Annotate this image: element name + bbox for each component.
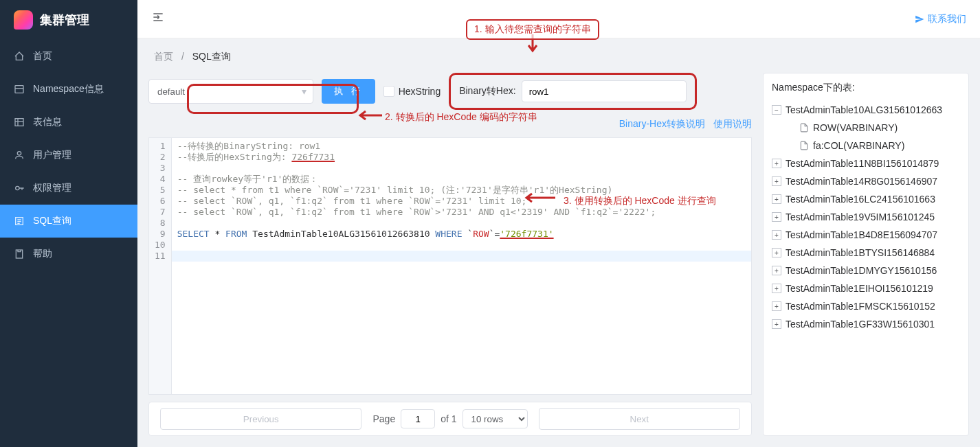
of-label: of 1 bbox=[441, 413, 456, 424]
editor-code[interactable]: --待转换的BinaryString: row1--转换后的HexString为… bbox=[172, 138, 751, 394]
sql-icon bbox=[14, 216, 25, 227]
usage-help-link[interactable]: 使用说明 bbox=[713, 118, 752, 130]
binary-to-hex-label: Binary转Hex: bbox=[459, 85, 515, 98]
tree-table-node[interactable]: TestAdminTable1DMYGY15610156 bbox=[772, 262, 960, 279]
main: 联系我们 首页 / SQL查询 default ▾ 执 行 bbox=[137, 0, 980, 447]
hexstring-checkbox-wrap[interactable]: HexString bbox=[383, 86, 441, 97]
send-icon bbox=[915, 14, 924, 24]
sidebar-item-perm[interactable]: 权限管理 bbox=[0, 172, 137, 205]
breadcrumb: 首页 / SQL查询 bbox=[137, 38, 980, 73]
namespace-select[interactable]: default bbox=[148, 79, 313, 104]
tree: TestAdminTable10ALG31561012663ROW(VARBIN… bbox=[772, 101, 960, 333]
rows-select[interactable]: 10 rows bbox=[463, 409, 528, 428]
toolbar: default ▾ 执 行 HexString Binary转Hex: B bbox=[148, 73, 752, 130]
expand-icon[interactable] bbox=[772, 266, 781, 275]
user-icon bbox=[14, 150, 25, 161]
tree-table-node[interactable]: TestAdminTable19V5IM156101245 bbox=[772, 208, 960, 226]
topbar: 联系我们 bbox=[137, 0, 980, 38]
expand-icon[interactable] bbox=[772, 176, 781, 186]
tree-table-node[interactable]: TestAdminTable10ALG31561012663 bbox=[772, 101, 960, 119]
expand-icon[interactable] bbox=[772, 248, 781, 257]
sidebar-item-home[interactable]: 首页 bbox=[0, 40, 137, 73]
sidebar-item-user[interactable]: 用户管理 bbox=[0, 139, 137, 172]
namespace-icon bbox=[14, 84, 25, 95]
sidebar-item-table[interactable]: 表信息 bbox=[0, 106, 137, 139]
tree-column-node[interactable]: fa:COL(VARBINARY) bbox=[772, 137, 960, 154]
expand-icon[interactable] bbox=[772, 301, 781, 311]
breadcrumb-current: SQL查询 bbox=[192, 51, 231, 62]
svg-rect-0 bbox=[15, 86, 23, 93]
expand-icon[interactable] bbox=[772, 230, 781, 240]
contact-us-link[interactable]: 联系我们 bbox=[915, 13, 966, 25]
page-input[interactable] bbox=[401, 409, 435, 428]
tree-table-node[interactable]: TestAdminTable16LC24156101663 bbox=[772, 190, 960, 208]
table-tree-panel: Namespace下的表: TestAdminTable10ALG3156101… bbox=[763, 73, 969, 436]
sidebar-item-label: Namespace信息 bbox=[33, 83, 104, 95]
table-icon bbox=[14, 117, 25, 128]
sidebar-item-label: 用户管理 bbox=[33, 149, 71, 161]
tree-table-node[interactable]: TestAdminTable1EIHOI156101219 bbox=[772, 279, 960, 297]
sidebar-item-label: SQL查询 bbox=[33, 215, 71, 227]
key-icon bbox=[14, 183, 25, 194]
expand-icon[interactable] bbox=[772, 212, 781, 222]
sidebar-item-sql[interactable]: SQL查询 bbox=[0, 205, 137, 238]
tree-column-node[interactable]: ROW(VARBINARY) bbox=[772, 119, 960, 137]
sidebar-item-help[interactable]: 帮助 bbox=[0, 238, 137, 271]
results-pager: Previous Page of 1 10 rows Next bbox=[148, 402, 752, 436]
svg-point-3 bbox=[16, 186, 19, 190]
tree-table-node[interactable]: TestAdminTable1BTYSI156146884 bbox=[772, 244, 960, 262]
sql-editor[interactable]: 1234567891011 --待转换的BinaryString: row1--… bbox=[148, 137, 752, 395]
editor-gutter: 1234567891011 bbox=[149, 138, 172, 394]
expand-icon[interactable] bbox=[772, 194, 781, 204]
svg-rect-1 bbox=[15, 119, 23, 126]
collapse-sidebar-icon[interactable] bbox=[151, 10, 165, 27]
hexstring-label: HexString bbox=[399, 86, 441, 97]
page-label: Page bbox=[372, 413, 395, 424]
tree-table-node[interactable]: TestAdminTable14R8G0156146907 bbox=[772, 172, 960, 190]
svg-point-2 bbox=[17, 152, 21, 155]
sidebar-item-label: 帮助 bbox=[33, 248, 52, 260]
sidebar-item-label: 表信息 bbox=[33, 116, 62, 128]
execute-button[interactable]: 执 行 bbox=[322, 79, 375, 104]
sidebar-item-namespace[interactable]: Namespace信息 bbox=[0, 73, 137, 106]
logo-icon bbox=[14, 10, 33, 30]
sidebar-nav: 首页 Namespace信息 表信息 用户管理 权限管理 SQL查询 bbox=[0, 40, 137, 447]
tree-table-node[interactable]: TestAdminTable1B4D8E156094707 bbox=[772, 226, 960, 244]
svg-rect-5 bbox=[16, 250, 22, 258]
home-icon bbox=[14, 51, 25, 62]
expand-icon[interactable] bbox=[772, 159, 781, 168]
binary-to-hex-input[interactable] bbox=[522, 80, 687, 102]
tree-table-node[interactable]: TestAdminTable1GF33W15610301 bbox=[772, 315, 960, 333]
expand-icon[interactable] bbox=[772, 284, 781, 293]
tree-title: Namespace下的表: bbox=[772, 82, 960, 94]
binary-to-hex-group: Binary转Hex: bbox=[449, 73, 696, 110]
binary-hex-help-link[interactable]: Binary-Hex转换说明 bbox=[619, 118, 705, 130]
logo: 集群管理 bbox=[0, 0, 137, 40]
hexstring-checkbox[interactable] bbox=[383, 86, 394, 97]
tree-table-node[interactable]: TestAdminTable1FMSCK15610152 bbox=[772, 297, 960, 315]
sidebar: 集群管理 首页 Namespace信息 表信息 用户管理 权限管理 bbox=[0, 0, 137, 447]
sidebar-item-label: 权限管理 bbox=[33, 182, 71, 194]
previous-button[interactable]: Previous bbox=[160, 408, 361, 430]
tree-table-node[interactable]: TestAdminTable11N8BI1561014879 bbox=[772, 154, 960, 172]
collapse-icon[interactable] bbox=[772, 105, 781, 115]
sidebar-item-label: 首页 bbox=[33, 50, 52, 62]
breadcrumb-home[interactable]: 首页 bbox=[154, 51, 173, 62]
logo-text: 集群管理 bbox=[40, 12, 89, 28]
expand-icon[interactable] bbox=[772, 319, 781, 329]
next-button[interactable]: Next bbox=[539, 408, 740, 430]
help-icon bbox=[14, 249, 25, 260]
